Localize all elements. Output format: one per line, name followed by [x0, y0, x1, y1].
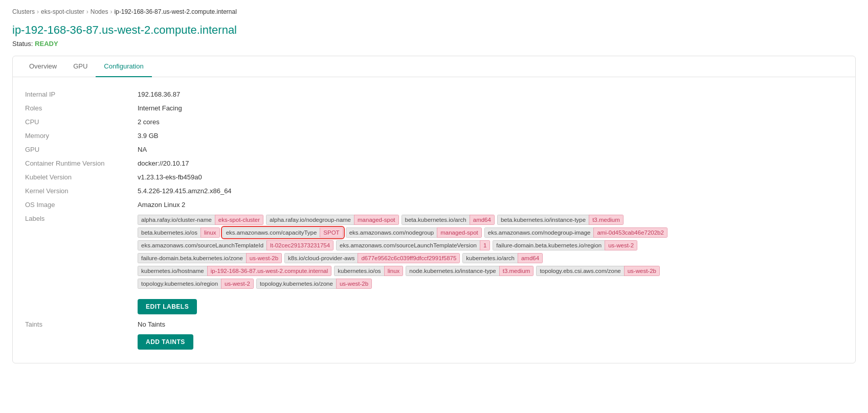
label-val: SPOT — [320, 227, 343, 238]
label-key: failure-domain.beta.kubernetes.io/region — [493, 240, 605, 250]
label-key: topology.kubernetes.io/region — [138, 279, 221, 289]
label-tag: beta.kubernetes.io/instance-type t3.medi… — [497, 215, 624, 225]
config-field-row: Internal IP 192.168.36.87 — [25, 87, 843, 101]
label-val: us-west-2 — [221, 279, 254, 289]
tab-content: Internal IP 192.168.36.87 Roles Internet… — [13, 77, 855, 363]
field-value: Internet Facing — [138, 101, 843, 115]
field-key: CPU — [25, 115, 138, 129]
tabs-container: Overview GPU Configuration — [13, 56, 855, 77]
label-val: managed-spot — [354, 215, 399, 225]
label-val: lt-02cec291373231754 — [266, 240, 333, 250]
label-tag: eks.amazonaws.com/sourceLaunchTemplateVe… — [336, 240, 490, 250]
add-taints-button[interactable]: ADD TAINTS — [138, 334, 193, 350]
label-val: ip-192-168-36-87.us-west-2.compute.inter… — [207, 266, 331, 276]
label-tag: eks.amazonaws.com/nodegroup managed-spot — [346, 227, 482, 238]
config-field-row: Memory 3.9 GB — [25, 129, 843, 143]
label-key: kubernetes.io/arch — [462, 253, 518, 263]
label-val: linux — [384, 266, 404, 276]
field-key: Roles — [25, 101, 138, 115]
label-val: us-west-2b — [246, 253, 282, 263]
label-key: eks.amazonaws.com/nodegroup — [346, 227, 437, 238]
breadcrumb-sep-3: › — [110, 8, 112, 15]
labels-key: Labels — [25, 212, 138, 317]
label-val: eks-spot-cluster — [215, 215, 263, 225]
label-tag: kubernetes.io/arch amd64 — [462, 253, 543, 263]
breadcrumb-current: ip-192-168-36-87.us-west-2.compute.inter… — [114, 8, 236, 15]
field-key: Internal IP — [25, 87, 138, 101]
labels-value-cell: alpha.rafay.io/cluster-name eks-spot-clu… — [138, 212, 843, 317]
tab-gpu[interactable]: GPU — [65, 56, 96, 77]
main-card: Overview GPU Configuration Internal IP 1… — [12, 56, 856, 363]
label-tag: eks.amazonaws.com/capacityType SPOT — [222, 227, 343, 238]
field-value: v1.23.13-eks-fb459a0 — [138, 170, 843, 184]
field-value: Amazon Linux 2 — [138, 198, 843, 212]
label-val: 1 — [480, 240, 490, 250]
tab-overview[interactable]: Overview — [21, 56, 65, 77]
label-tag: topology.kubernetes.io/region us-west-2 — [138, 279, 254, 289]
label-key: topology.kubernetes.io/zone — [256, 279, 336, 289]
config-field-row: Kernel Version 5.4.226-129.415.amzn2.x86… — [25, 184, 843, 198]
label-key: node.kubernetes.io/instance-type — [406, 266, 499, 276]
breadcrumb-sep-1: › — [37, 8, 39, 15]
field-value: 3.9 GB — [138, 129, 843, 143]
field-value: 5.4.226-129.415.amzn2.x86_64 — [138, 184, 843, 198]
label-val: ami-0d453cab46e7202b2 — [593, 227, 667, 238]
label-tag: failure-domain.beta.kubernetes.io/region… — [493, 240, 637, 250]
taints-row: Taints No Taints ADD TAINTS — [25, 317, 843, 353]
label-key: eks.amazonaws.com/nodegroup-image — [484, 227, 594, 238]
label-tag: eks.amazonaws.com/nodegroup-image ami-0d… — [484, 227, 667, 238]
breadcrumb-cluster[interactable]: eks-spot-cluster — [41, 8, 84, 15]
status-label: Status: — [12, 40, 33, 48]
node-title: ip-192-168-36-87.us-west-2.compute.inter… — [12, 24, 856, 37]
field-key: Memory — [25, 129, 138, 143]
field-value: NA — [138, 143, 843, 156]
label-key: failure-domain.beta.kubernetes.io/zone — [138, 253, 246, 263]
label-val: us-west-2b — [336, 279, 372, 289]
field-value: 2 cores — [138, 115, 843, 129]
breadcrumb-nodes[interactable]: Nodes — [91, 8, 108, 15]
page-wrapper: Clusters › eks-spot-cluster › Nodes › ip… — [0, 0, 868, 413]
label-key: alpha.rafay.io/cluster-name — [138, 215, 215, 225]
config-field-row: Kubelet Version v1.23.13-eks-fb459a0 — [25, 170, 843, 184]
breadcrumb-sep-2: › — [86, 8, 88, 15]
label-tag: alpha.rafay.io/cluster-name eks-spot-clu… — [138, 215, 263, 225]
labels-container: alpha.rafay.io/cluster-name eks-spot-clu… — [138, 215, 700, 289]
label-val: linux — [201, 227, 220, 238]
label-val: d677e9562c6c039ff9dfccf2991f5875 — [358, 253, 460, 263]
label-val: us-west-2b — [624, 266, 660, 276]
label-val: amd64 — [518, 253, 543, 263]
breadcrumb: Clusters › eks-spot-cluster › Nodes › ip… — [12, 8, 856, 15]
label-tag: k8s.io/cloud-provider-aws d677e9562c6c03… — [284, 253, 460, 263]
field-key: GPU — [25, 143, 138, 156]
label-tag: topology.kubernetes.io/zone us-west-2b — [256, 279, 372, 289]
label-key: beta.kubernetes.io/os — [138, 227, 201, 238]
label-key: alpha.rafay.io/nodegroup-name — [266, 215, 354, 225]
label-tag: alpha.rafay.io/nodegroup-name managed-sp… — [266, 215, 399, 225]
taints-key: Taints — [25, 317, 138, 353]
label-key: eks.amazonaws.com/sourceLaunchTemplateVe… — [336, 240, 480, 250]
label-tag: topology.ebs.csi.aws.com/zone us-west-2b — [536, 266, 660, 276]
label-key: kubernetes.io/os — [334, 266, 384, 276]
label-tag: kubernetes.io/hostname ip-192-168-36-87.… — [138, 266, 331, 276]
label-key: k8s.io/cloud-provider-aws — [284, 253, 358, 263]
breadcrumb-clusters[interactable]: Clusters — [12, 8, 35, 15]
label-tag: beta.kubernetes.io/os linux — [138, 227, 220, 238]
config-field-row: OS Image Amazon Linux 2 — [25, 198, 843, 212]
label-tag: kubernetes.io/os linux — [334, 266, 403, 276]
label-val: amd64 — [470, 215, 495, 225]
label-tag: beta.kubernetes.io/arch amd64 — [402, 215, 495, 225]
config-field-row: Container Runtime Version docker://20.10… — [25, 156, 843, 170]
label-tag: failure-domain.beta.kubernetes.io/zone u… — [138, 253, 282, 263]
label-key: beta.kubernetes.io/arch — [402, 215, 470, 225]
label-val: t3.medium — [499, 266, 534, 276]
status-value: READY — [35, 40, 58, 48]
label-val: us-west-2 — [605, 240, 637, 250]
config-field-row: CPU 2 cores — [25, 115, 843, 129]
config-field-row: Roles Internet Facing — [25, 101, 843, 115]
edit-labels-button[interactable]: EDIT LABELS — [138, 299, 197, 314]
config-table: Internal IP 192.168.36.87 Roles Internet… — [25, 87, 843, 353]
tab-configuration[interactable]: Configuration — [96, 56, 151, 77]
label-tag: eks.amazonaws.com/sourceLaunchTemplateId… — [138, 240, 333, 250]
field-key: Kernel Version — [25, 184, 138, 198]
label-key: kubernetes.io/hostname — [138, 266, 207, 276]
